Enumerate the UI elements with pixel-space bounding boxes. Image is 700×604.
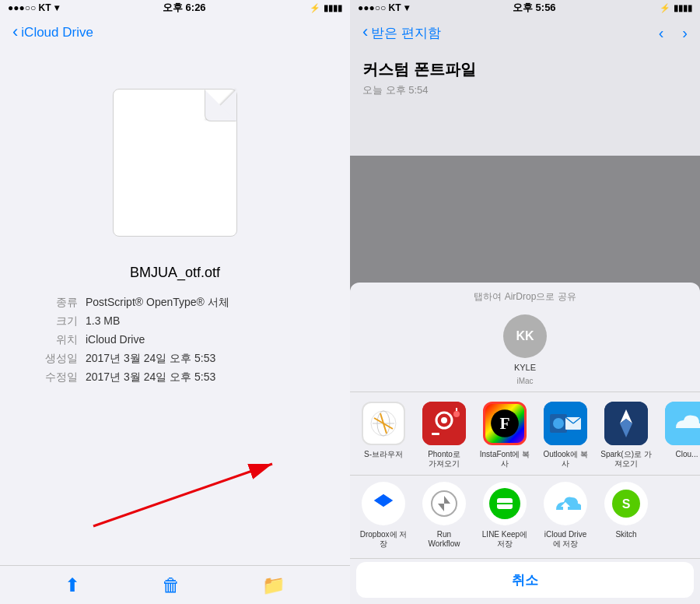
file-detail-label: 크기 (31, 314, 78, 328)
svg-point-9 (441, 417, 447, 423)
left-back-chevron-icon: ‹ (12, 23, 18, 40)
share-icon[interactable]: ⬆ (65, 574, 80, 596)
file-detail-row: 위치iCloud Drive (31, 331, 319, 349)
right-back-button[interactable]: ‹ 받은 편지함 (362, 24, 441, 42)
left-bluetooth-icon: ⚡ (310, 3, 320, 13)
right-back-label: 받은 편지함 (371, 24, 441, 42)
apps-row: S-브라우저 Phonto로가져오기 (350, 392, 700, 475)
cloud-app-icon (665, 402, 700, 445)
right-wifi-icon: ▾ (404, 2, 409, 13)
delete-icon[interactable]: 🗑 (162, 574, 180, 596)
file-detail-row: 크기1.3 MB (31, 312, 319, 331)
action-skitch[interactable]: S Skitch (599, 482, 653, 549)
airdrop-avatar: KK (503, 314, 547, 358)
file-content-area: BMJUA_otf.otf 종류PostScript® OpenType® 서체… (0, 50, 350, 565)
app-phonto[interactable]: Phonto로가져오기 (417, 402, 471, 469)
dropbox-icon (362, 482, 405, 525)
cloud-label: Clou... (676, 450, 698, 459)
file-detail-row: 생성일2017년 3월 24일 오후 5:53 (31, 349, 319, 368)
file-detail-value: 2017년 3월 24일 오후 5:53 (86, 352, 319, 366)
airdrop-device-sub: iMac (516, 377, 533, 385)
app-instafont[interactable]: F InstaFont에 복사 (478, 402, 532, 469)
right-nav-left-arrow[interactable]: ‹ (659, 24, 664, 42)
file-detail-value: 1.3 MB (86, 314, 319, 328)
svg-marker-27 (374, 494, 393, 507)
svg-rect-10 (432, 433, 439, 435)
phonto-icon (422, 402, 466, 445)
left-back-label: iCloud Drive (21, 25, 93, 40)
airdrop-section: 탭하여 AirDrop으로 공유 (350, 283, 700, 308)
skitch-icon: S (604, 482, 648, 525)
right-carrier: ●●●○○ KT (358, 2, 401, 13)
file-detail-value: 2017년 3월 24일 오후 5:53 (86, 370, 319, 385)
airdrop-devices: KK KYLE iMac (350, 308, 700, 392)
email-date: 오늘 오후 5:54 (362, 83, 688, 97)
file-icon-container (113, 89, 237, 237)
skitch-label: Skitch (615, 530, 636, 539)
left-wifi-icon: ▾ (54, 2, 59, 13)
action-line[interactable]: LINE Keep에저장 (478, 482, 532, 549)
svg-point-18 (553, 418, 564, 429)
workflow-label: RunWorkflow (429, 530, 460, 549)
app-spark[interactable]: Spark(으)로 가져오기 (599, 402, 653, 469)
icloud-label: iCloud Drive에 저장 (544, 530, 586, 549)
svg-text:S: S (622, 497, 631, 511)
outlook-icon (544, 402, 587, 445)
actions-row: Dropbox에 저장 RunWorkflow (350, 476, 700, 558)
file-name: BMJUA_otf.otf (130, 265, 220, 281)
airdrop-device-name: KYLE (514, 363, 536, 372)
file-detail-row: 수정일2017년 3월 24일 오후 5:53 (31, 368, 319, 387)
file-details: 종류PostScript® OpenType® 서체크기1.3 MB위치iClo… (16, 293, 334, 387)
instafont-label: InstaFont에 복사 (480, 450, 530, 469)
cancel-button[interactable]: 취소 (356, 562, 694, 598)
left-nav-bar: ‹ iCloud Drive (0, 16, 350, 50)
left-carrier: ●●●○○ KT (8, 2, 51, 13)
action-dropbox[interactable]: Dropbox에 저장 (356, 482, 411, 549)
spark-icon (604, 402, 648, 445)
action-workflow[interactable]: RunWorkflow (417, 482, 471, 549)
left-time: 오후 6:26 (163, 1, 206, 15)
airdrop-hint-text: 탭하여 AirDrop으로 공유 (474, 291, 576, 302)
airdrop-device[interactable]: KK KYLE iMac (503, 314, 547, 385)
left-back-button[interactable]: ‹ iCloud Drive (12, 25, 93, 40)
folder-icon[interactable]: 📁 (262, 574, 285, 596)
svg-text:F: F (499, 414, 509, 433)
file-detail-label: 수정일 (31, 370, 78, 385)
file-detail-value: PostScript® OpenType® 서체 (86, 296, 319, 310)
right-panel: ●●●○○ KT ▾ 오후 5:56 ⚡ ▮▮▮▮ ‹ 받은 편지함 ‹ › 커… (350, 0, 700, 604)
workflow-icon (422, 482, 466, 525)
file-detail-value: iCloud Drive (86, 333, 319, 347)
left-battery-icon: ▮▮▮▮ (324, 3, 342, 13)
left-bottom-toolbar: ⬆ 🗑 📁 (0, 565, 350, 604)
spark-label: Spark(으)로 가져오기 (600, 450, 652, 469)
icloud-drive-icon (544, 482, 587, 525)
app-outlook[interactable]: Outlook에 복사 (538, 402, 593, 469)
right-battery-icon: ▮▮▮▮ (674, 3, 692, 13)
file-detail-label: 종류 (31, 296, 78, 310)
app-cloud[interactable]: Clou... (660, 402, 700, 469)
line-icon (483, 482, 527, 525)
right-status-bar: ●●●○○ KT ▾ 오후 5:56 ⚡ ▮▮▮▮ (350, 0, 700, 16)
sbrowser-icon (362, 402, 405, 445)
app-sbrowser[interactable]: S-브라우저 (356, 402, 411, 469)
right-back-chevron-icon: ‹ (362, 23, 368, 40)
sbrowser-label: S-브라우저 (364, 450, 403, 459)
phonto-label: Phonto로가져오기 (428, 450, 460, 469)
share-sheet-backdrop: 탭하여 AirDrop으로 공유 KK KYLE iMac (350, 156, 700, 604)
share-sheet: 탭하여 AirDrop으로 공유 KK KYLE iMac (350, 283, 700, 604)
right-bluetooth-icon: ⚡ (660, 3, 670, 13)
svg-point-11 (453, 411, 460, 417)
file-detail-row: 종류PostScript® OpenType® 서체 (31, 293, 319, 312)
instafont-icon: F (483, 402, 527, 445)
right-time: 오후 5:56 (513, 1, 556, 15)
file-icon-corner (205, 90, 236, 121)
email-header: 커스텀 폰트파일 오늘 오후 5:54 (350, 50, 700, 104)
right-nav-right-arrow[interactable]: › (682, 24, 688, 42)
left-panel: ●●●○○ KT ▾ 오후 6:26 ⚡ ▮▮▮▮ ‹ iCloud Drive… (0, 0, 350, 604)
file-detail-label: 위치 (31, 333, 78, 347)
action-icloud[interactable]: iCloud Drive에 저장 (538, 482, 593, 549)
outlook-label: Outlook에 복사 (543, 450, 587, 469)
file-icon (113, 89, 237, 237)
right-nav-bar: ‹ 받은 편지함 ‹ › (350, 16, 700, 50)
dropbox-label: Dropbox에 저장 (360, 530, 408, 549)
